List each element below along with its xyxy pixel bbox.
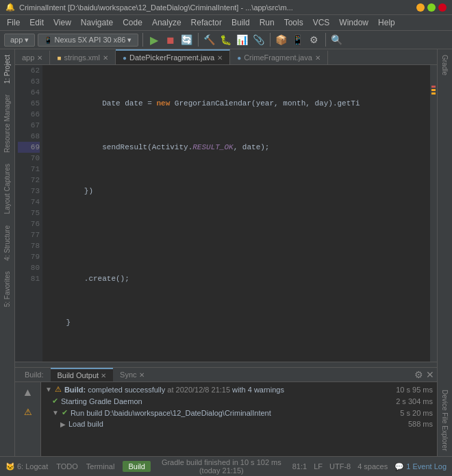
close-button[interactable] <box>438 3 447 12</box>
menu-view[interactable]: View <box>49 16 75 29</box>
menu-navigate[interactable]: Navigate <box>77 16 117 29</box>
toolbar-separator-1 <box>142 33 143 47</box>
stop-button[interactable]: ◼ <box>164 33 177 47</box>
app-icon: 🔔 <box>5 3 15 12</box>
gradle-daemon-text: Starting Gradle Daemon <box>61 397 142 405</box>
sidebar-item-device-file-explorer[interactable]: Device File Explorer <box>440 384 450 456</box>
java-icon-2: ● <box>237 54 241 62</box>
build-item[interactable]: Build <box>123 461 150 472</box>
minimize-button[interactable] <box>416 3 425 12</box>
code-line-67: } <box>48 317 425 328</box>
event-log[interactable]: 💬 1 Event Log <box>394 462 447 471</box>
tab-datepicker-close[interactable]: ✕ <box>217 54 223 62</box>
bottom-tabs-bar: Build: Build Output ✕ Sync ✕ ⚙ ✕ <box>15 368 437 382</box>
code-editor[interactable]: 62 63 64 65 66 67 68 69 70 71 72 73 74 7… <box>15 65 437 362</box>
sidebar-item-favorites[interactable]: 5: Favorites <box>2 266 12 312</box>
charset: UTF-8 <box>329 462 351 471</box>
editor-container: app ✕ ■ strings.xml ✕ ● DatePickerFragme… <box>15 49 437 456</box>
window-title: CriminalIntent [D:\baidu\workspace\12_Da… <box>19 3 293 12</box>
maximize-button[interactable] <box>427 3 436 12</box>
run-build-text: Run build D:\baidu\workspace\12_DateDial… <box>71 409 271 417</box>
code-line-68 <box>48 361 425 362</box>
tab-sync-close[interactable]: ✕ <box>139 371 145 379</box>
avd-manager-icon[interactable]: 📱 <box>291 33 305 47</box>
app-selector[interactable]: app ▾ <box>4 34 35 47</box>
run-button[interactable]: ▶ <box>147 33 161 47</box>
expand-icon-1[interactable]: ▼ <box>45 386 52 393</box>
terminal-item[interactable]: Terminal <box>86 462 115 471</box>
menu-window[interactable]: Window <box>335 16 373 29</box>
menu-help[interactable]: Help <box>374 16 399 29</box>
tab-sync[interactable]: Sync ✕ <box>113 368 151 381</box>
bottom-content-row: ▲ ⚠ ▼ ⚠ Build: completed successfully at… <box>15 382 437 456</box>
load-build-text: Load build <box>68 420 103 428</box>
build-time-3: 5 s 20 ms <box>400 409 433 417</box>
expand-icon-3[interactable]: ▼ <box>52 409 59 416</box>
logcat-label: 6: Logcat <box>17 462 48 471</box>
menu-file[interactable]: File <box>3 16 24 29</box>
java-icon-1: ● <box>123 54 127 62</box>
menu-build[interactable]: Build <box>227 16 254 29</box>
menu-bar: File Edit View Navigate Code Analyze Ref… <box>0 15 452 31</box>
menu-tools[interactable]: Tools <box>280 16 307 29</box>
sync-button[interactable]: 🔄 <box>180 33 194 47</box>
up-arrow-icon[interactable]: ▲ <box>23 382 34 403</box>
settings-gear-icon[interactable]: ⚙ <box>414 369 423 380</box>
sidebar-item-project[interactable]: 1: Project <box>2 49 12 89</box>
expand-icon-4[interactable]: ▶ <box>60 421 66 428</box>
run-debug-icon[interactable]: 🐛 <box>219 33 233 47</box>
menu-code[interactable]: Code <box>118 16 147 29</box>
tab-strings-close[interactable]: ✕ <box>103 54 108 62</box>
tab-build-output[interactable]: Build Output ✕ <box>51 368 114 381</box>
build-entry-2: ✔ Starting Gradle Daemon 2 s 304 ms <box>41 395 437 407</box>
sdk-manager-icon[interactable]: 📦 <box>275 33 288 47</box>
tab-crime-label: CrimeFragment.java <box>244 53 312 62</box>
menu-vcs[interactable]: VCS <box>309 16 334 29</box>
todo-item[interactable]: TODO <box>56 462 78 471</box>
logcat-icon: 🐱 <box>5 462 15 471</box>
build-time-4: 588 ms <box>408 420 433 428</box>
menu-refactor[interactable]: Refactor <box>187 16 226 29</box>
tab-datepickerfragment[interactable]: ● DatePickerFragment.java ✕ <box>116 49 230 64</box>
menu-run[interactable]: Run <box>255 16 279 29</box>
menu-edit[interactable]: Edit <box>25 16 48 29</box>
code-line-65 <box>48 229 425 240</box>
code-content[interactable]: Date date = new GregorianCalendar(year, … <box>42 65 430 362</box>
device-selector[interactable]: 📱 Nexus 5X API 30 x86 ▾ <box>38 34 138 47</box>
build-icon[interactable]: 🔨 <box>203 33 216 47</box>
tab-crimefragment[interactable]: ● CrimeFragment.java ✕ <box>230 51 328 64</box>
hide-panel-icon[interactable]: ✕ <box>426 369 434 380</box>
tabs-bar: app ✕ ■ strings.xml ✕ ● DatePickerFragme… <box>15 49 437 65</box>
tab-build-output-close[interactable]: ✕ <box>101 372 106 379</box>
right-panel: Gradle Device File Explorer <box>437 49 452 456</box>
profile-icon[interactable]: 📊 <box>236 33 249 47</box>
tab-app[interactable]: app ✕ <box>15 51 50 64</box>
sidebar-item-layout-captures[interactable]: Layout Captures <box>2 158 12 219</box>
line-ending: LF <box>314 462 323 471</box>
tab-crime-close[interactable]: ✕ <box>315 54 321 62</box>
left-panel: 1: Project Resource Manager Layout Captu… <box>0 49 15 456</box>
code-line-63: sendResult(Activity.RESULT_OK, date); <box>48 142 425 153</box>
indent: 4 spaces <box>357 462 388 471</box>
event-log-icon: 💬 <box>394 462 404 471</box>
horizontal-scrollbar[interactable] <box>15 362 437 367</box>
build-label-text: Build: <box>25 371 44 379</box>
menu-analyze[interactable]: Analyze <box>148 16 186 29</box>
build-output-content: ▼ ⚠ Build: completed successfully at 202… <box>41 382 437 456</box>
bottom-panel: Build: Build Output ✕ Sync ✕ ⚙ ✕ ▲ <box>15 367 437 456</box>
sidebar-item-structure[interactable]: 4: Structure <box>2 220 12 266</box>
warning-icon: ⚠ <box>24 403 32 421</box>
sidebar-item-gradle[interactable]: Gradle <box>440 49 450 81</box>
sidebar-item-resource-manager[interactable]: Resource Manager <box>2 89 12 158</box>
build-entry-1: ▼ ⚠ Build: completed successfully at 202… <box>41 384 437 395</box>
tab-strings-xml[interactable]: ■ strings.xml ✕ <box>50 51 116 64</box>
search-icon[interactable]: 🔍 <box>330 33 344 47</box>
xml-icon: ■ <box>57 54 61 62</box>
settings-icon[interactable]: ⚙ <box>307 33 321 47</box>
logcat-item[interactable]: 🐱 6: Logcat <box>5 462 48 471</box>
tab-build-label[interactable]: Build: <box>18 368 51 381</box>
attach-icon[interactable]: 📎 <box>252 33 266 47</box>
tab-app-close[interactable]: ✕ <box>37 54 42 62</box>
build-time-2: 2 s 304 ms <box>396 397 433 405</box>
main-area: 1: Project Resource Manager Layout Captu… <box>0 49 452 456</box>
